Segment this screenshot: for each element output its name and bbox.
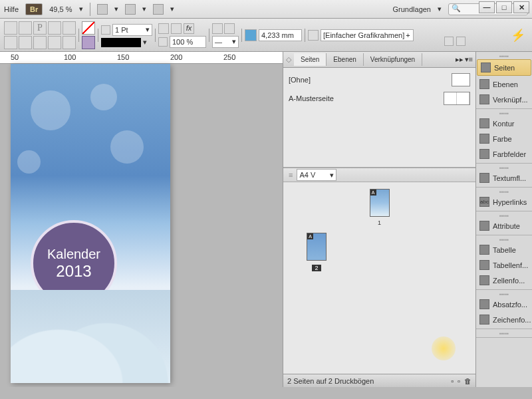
stroke-weight-icon — [101, 25, 110, 35]
fill-color-icon[interactable] — [82, 36, 95, 49]
dropdown-arrow-icon[interactable]: ▾ — [79, 5, 83, 13]
opacity-icon — [158, 37, 168, 47]
links-icon — [479, 94, 489, 104]
tablestyles-icon — [479, 260, 489, 270]
layers-icon — [479, 79, 489, 89]
measure-icon — [245, 29, 257, 41]
doc-title-1: Kalender — [47, 247, 100, 262]
pages-panel: ◇ Seiten Ebenen Verknüpfungen ▸▸▾≡ [Ohne… — [283, 52, 475, 387]
page-thumb-1[interactable]: A — [370, 189, 390, 217]
panel-dock: ▪▪▪▪▪ Seiten Ebenen Verknüpf... ▪▪▪▪▪ Ko… — [475, 52, 532, 387]
charstyles-icon — [479, 315, 489, 325]
pages-list: A 1 A 2 ↖ — [283, 182, 475, 374]
sidebar-item-tabelle[interactable]: Tabelle — [476, 242, 532, 257]
document-page[interactable]: Kalender 2013 — [11, 64, 170, 383]
stroke-style[interactable] — [101, 38, 141, 47]
fill-none-icon[interactable] — [82, 21, 95, 35]
help-menu[interactable]: Hilfe — [4, 5, 19, 13]
master-pages-list: [Ohne] A-Musterseite — [283, 68, 475, 168]
pages-icon — [481, 63, 491, 72]
tool-icon[interactable] — [4, 21, 17, 35]
page-label-1: 1 — [366, 219, 393, 226]
doc-title-2: 2013 — [56, 262, 91, 281]
sidebar-item-farbfelder[interactable]: Farbfelder — [476, 146, 532, 162]
text-wrap-icon[interactable] — [224, 23, 235, 34]
sidebar-item-absatzfo[interactable]: Absatzfo... — [476, 297, 532, 312]
text-wrap-icon[interactable] — [212, 23, 223, 34]
workspace: 50 100 150 200 250 Kalender 2013 ◇ Seite… — [0, 52, 532, 387]
master-thumb-none[interactable] — [452, 73, 470, 86]
master-thumb-a[interactable] — [444, 92, 470, 105]
measure-input[interactable]: 4,233 mm — [259, 29, 302, 41]
tool-icon[interactable] — [4, 36, 17, 49]
workspace-switcher[interactable]: Grundlagen — [393, 5, 432, 13]
tab-pages[interactable]: Seiten — [294, 53, 327, 66]
tool-icon[interactable] — [63, 21, 76, 35]
menu-bar: Hilfe Br 49,5 % ▾ ▾ ▾ ▾ Grundlagen▾ 🔍 — … — [0, 0, 532, 19]
edit-page-icon[interactable]: ▫ — [451, 377, 454, 385]
panel-status-bar: 2 Seiten auf 2 Druckbögen ▫ ▫ 🗑 — [283, 374, 475, 387]
swatches-icon — [479, 149, 489, 159]
format-icon: ≡ — [289, 171, 293, 179]
object-style-dropdown[interactable]: [Einfacher Grafikrahmen]+ — [321, 29, 414, 41]
page-thumb-2[interactable]: A — [307, 233, 327, 261]
fx-icon[interactable]: fx — [184, 23, 194, 34]
sidebar-item-seiten[interactable]: Seiten — [477, 59, 531, 76]
page-format-dropdown[interactable]: A4 V▾ — [297, 169, 336, 181]
sidebar-item-verknuepf[interactable]: Verknüpf... — [476, 92, 532, 107]
zoom-level[interactable]: 49,5 % — [49, 5, 72, 13]
tool-icon[interactable] — [444, 37, 454, 46]
tool-icon[interactable] — [48, 21, 61, 35]
cellstyles-icon — [479, 275, 489, 285]
sidebar-item-attribute[interactable]: Attribute — [476, 218, 532, 233]
master-a[interactable]: A-Musterseite — [289, 94, 334, 102]
sidebar-item-zeichenfo[interactable]: Zeichenfo... — [476, 312, 532, 327]
sidebar-item-zellenfo[interactable]: Zellenfo... — [476, 273, 532, 288]
color-icon — [479, 134, 489, 144]
close-button[interactable]: ✕ — [513, 1, 529, 13]
tool-icon[interactable] — [171, 23, 182, 34]
minimize-button[interactable]: — — [479, 1, 495, 13]
screen-mode-icon[interactable] — [125, 4, 136, 15]
sidebar-item-textumfl[interactable]: Textumfl... — [476, 170, 532, 186]
stroke-icon — [479, 118, 489, 128]
bridge-button[interactable]: Br — [25, 3, 43, 15]
lightning-icon[interactable]: ⚡ — [511, 28, 525, 43]
table-icon — [479, 245, 489, 255]
tool-icon[interactable] — [456, 37, 466, 46]
type-tool-icon[interactable]: P — [33, 21, 47, 35]
view-options-icon[interactable] — [97, 4, 108, 15]
page-label-2: 2 — [312, 265, 321, 271]
sidebar-item-farbe[interactable]: Farbe — [476, 131, 532, 146]
horizontal-ruler: 50 100 150 200 250 — [0, 52, 283, 64]
style-icon — [308, 30, 319, 41]
control-toolbar: P 1 Pt▾ ▾ fx 100 % —▾ — [0, 19, 532, 52]
maximize-button[interactable]: □ — [496, 1, 512, 13]
new-page-icon[interactable]: ▫ — [458, 377, 460, 385]
opacity-input[interactable]: 100 % — [170, 36, 206, 48]
tool-icon[interactable] — [63, 36, 76, 49]
stroke-weight-input[interactable]: 1 Pt▾ — [112, 24, 152, 36]
hyperlinks-icon: abc — [479, 197, 489, 207]
master-none[interactable]: [Ohne] — [289, 76, 311, 84]
tool-icon[interactable] — [19, 36, 32, 49]
panel-menu-icon[interactable]: ▾≡ — [465, 55, 473, 64]
wrap-dropdown[interactable]: —▾ — [212, 36, 239, 48]
tab-links[interactable]: Verknüpfungen — [364, 53, 422, 66]
sidebar-item-hyperlinks[interactable]: abcHyperlinks — [476, 194, 532, 209]
delete-page-icon[interactable]: 🗑 — [464, 377, 471, 385]
tool-icon[interactable] — [158, 23, 169, 34]
tool-icon[interactable] — [48, 36, 61, 49]
tab-layers[interactable]: Ebenen — [327, 53, 363, 66]
collapse-icon[interactable]: ▸▸ — [456, 55, 464, 64]
sidebar-item-ebenen[interactable]: Ebenen — [476, 76, 532, 92]
highlight-indicator — [432, 336, 456, 360]
panel-cycle-icon[interactable]: ◇ — [283, 55, 294, 64]
sidebar-item-tabellenf[interactable]: Tabellenf... — [476, 257, 532, 273]
tool-icon[interactable] — [19, 21, 32, 35]
tool-icon[interactable] — [33, 36, 47, 49]
attributes-icon — [479, 221, 489, 231]
arrange-icon[interactable] — [153, 4, 164, 15]
sidebar-item-kontur[interactable]: Kontur — [476, 116, 532, 131]
canvas-area[interactable]: 50 100 150 200 250 Kalender 2013 — [0, 52, 283, 387]
